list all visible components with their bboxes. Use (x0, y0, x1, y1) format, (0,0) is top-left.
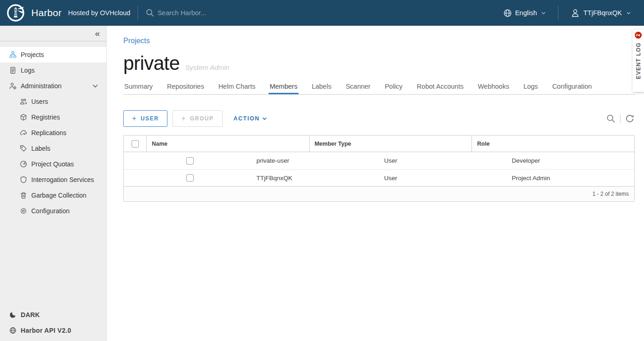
sidebar-item-replications[interactable]: Replications (0, 125, 106, 141)
row-checkbox[interactable] (186, 174, 194, 182)
plus-icon: + (132, 114, 137, 123)
sidebar-item-project-quotas[interactable]: Project Quotas (0, 156, 106, 172)
sidebar-top: « (0, 26, 106, 41)
sidebar-item-logs[interactable]: Logs (0, 63, 106, 78)
harbor-app: Harbor Hosted by OVHcloud English (0, 0, 644, 341)
event-log-badge: 2 (635, 32, 642, 39)
table-row: TTjFBqnxQKUserProject Admin (124, 169, 634, 186)
sidebar-item-garbage-collection[interactable]: Garbage Collection (0, 188, 106, 203)
members-table-body: private-userUserDeveloperTTjFBqnxQKUserP… (124, 152, 634, 186)
cloud-sync-icon (20, 129, 27, 136)
gear-icon (20, 207, 27, 215)
hosted-by-label: Hosted by OVHcloud (68, 9, 130, 17)
select-all-checkbox[interactable] (132, 140, 139, 148)
tag-icon (20, 145, 27, 152)
event-log-tab[interactable]: EVENT LOG 2 (632, 29, 644, 92)
sidebar-footer-dark[interactable]: DARK (0, 307, 106, 323)
sidebar-item-labels[interactable]: Labels (0, 141, 106, 156)
sidebar-item-registries[interactable]: Registries (0, 109, 106, 125)
add-user-button[interactable]: + USER (123, 110, 167, 127)
sidebar-item-administration[interactable]: Administration (0, 78, 106, 94)
tab-webhooks[interactable]: Webhooks (477, 81, 510, 94)
header-divider (138, 6, 138, 20)
search-input[interactable] (157, 9, 249, 17)
tab-logs[interactable]: Logs (523, 81, 539, 94)
chevron-down-icon (262, 116, 267, 121)
collapse-sidebar-icon[interactable]: « (95, 29, 100, 38)
sidebar-item-interrogation-services[interactable]: Interrogation Services (0, 172, 106, 188)
table-row: private-userUserDeveloper (124, 152, 634, 169)
select-all-cell (124, 136, 146, 152)
language-label: English (515, 9, 537, 17)
members-toolbar: + USER + GROUP ACTION (123, 110, 635, 127)
trash-icon (20, 192, 27, 199)
product-name: Harbor (31, 7, 62, 18)
user-menu[interactable]: TTjFBqnxQK (570, 8, 631, 18)
api-globe-icon (9, 327, 17, 334)
username-label: TTjFBqnxQK (583, 9, 622, 17)
column-header-role[interactable]: Role (472, 136, 634, 152)
row-checkbox-cell (124, 170, 252, 186)
sidebar: « ProjectsLogsAdministrationUsersRegistr… (0, 26, 107, 341)
column-header-member-type[interactable]: Member Type (309, 136, 472, 152)
tab-helm-charts[interactable]: Helm Charts (218, 81, 257, 94)
refresh-icon[interactable] (625, 114, 635, 124)
tab-scanner[interactable]: Scanner (345, 81, 371, 94)
pagination-summary: 1 - 2 of 2 items (592, 191, 629, 197)
top-header: Harbor Hosted by OVHcloud English (0, 0, 644, 26)
org-chart-icon (9, 51, 17, 58)
user-icon (570, 8, 580, 18)
tab-members[interactable]: Members (269, 81, 298, 94)
sidebar-item-label: Projects (21, 51, 44, 58)
globe-icon (503, 9, 512, 17)
toolbar-divider (620, 114, 621, 123)
event-log-wrap: EVENT LOG 2 (632, 29, 644, 92)
global-search[interactable] (145, 8, 249, 17)
users-icon (20, 98, 27, 105)
sidebar-footer-harbor-api-v2-0[interactable]: Harbor API V2.0 (0, 323, 106, 338)
sidebar-footer-label: Harbor API V2.0 (21, 327, 71, 334)
language-menu[interactable]: English (503, 9, 546, 17)
cell-role: Developer (507, 152, 635, 169)
sidebar-item-label: Configuration (31, 207, 69, 215)
sidebar-item-label: Logs (21, 67, 34, 74)
shield-icon (20, 176, 27, 183)
tab-repositories[interactable]: Repositories (166, 81, 205, 94)
cell-member-type: User (379, 170, 507, 186)
sidebar-item-label: Labels (31, 145, 50, 152)
tab-robot-accounts[interactable]: Robot Accounts (416, 81, 465, 94)
sidebar-item-label: Administration (21, 82, 62, 90)
sidebar-item-label: Registries (31, 114, 60, 121)
event-log-label: EVENT LOG (635, 42, 642, 79)
row-checkbox[interactable] (186, 157, 194, 165)
filter-search-icon[interactable] (606, 114, 616, 124)
action-dropdown[interactable]: ACTION (234, 115, 268, 122)
add-group-button[interactable]: + GROUP (172, 110, 222, 127)
header-right: English TTjFBqnxQK (503, 6, 644, 20)
harbor-logo[interactable] (6, 4, 25, 22)
cell-role: Project Admin (507, 170, 635, 186)
project-role-label: System Admin (185, 63, 230, 71)
project-tabs: SummaryRepositoriesHelm ChartsMembersLab… (123, 81, 635, 95)
chevron-down-icon (92, 82, 99, 90)
cell-name: TTjFBqnxQK (252, 170, 380, 186)
sidebar-footer: DARKHarbor API V2.0 (0, 307, 106, 338)
sidebar-item-label: Users (31, 98, 48, 105)
breadcrumb-projects-link[interactable]: Projects (123, 37, 150, 45)
sidebar-item-projects[interactable]: Projects (0, 47, 106, 63)
page-title: private (123, 52, 180, 74)
header-divider (558, 6, 558, 20)
chevron-down-icon (541, 11, 546, 16)
tab-summary[interactable]: Summary (123, 81, 154, 94)
sidebar-item-users[interactable]: Users (0, 94, 106, 109)
tab-labels[interactable]: Labels (311, 81, 333, 94)
column-header-name[interactable]: Name (146, 136, 309, 152)
tab-configuration[interactable]: Configuration (551, 81, 592, 94)
tab-policy[interactable]: Policy (384, 81, 403, 94)
sidebar-footer-label: DARK (21, 311, 40, 318)
sidebar-item-label: Interrogation Services (31, 176, 94, 183)
moon-icon (9, 311, 17, 318)
sidebar-item-configuration[interactable]: Configuration (0, 203, 106, 219)
quota-pie-icon (20, 160, 27, 168)
administration-submenu: UsersRegistriesReplicationsLabelsProject… (0, 94, 106, 219)
